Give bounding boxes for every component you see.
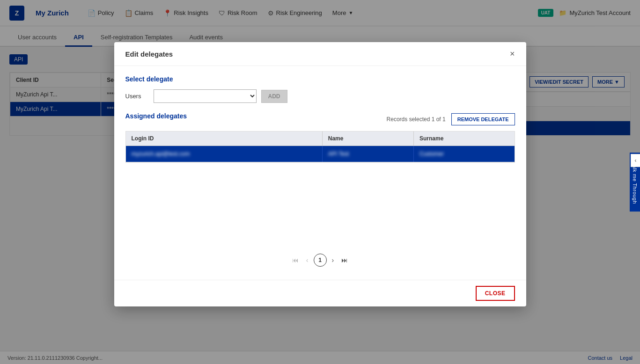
delegates-table-container: Login ID Name Surname myzurich.api@test.… bbox=[125, 131, 515, 163]
walk-me-toggle[interactable]: ‹ bbox=[631, 154, 640, 167]
edit-delegates-modal: Edit delegates × Select delegate Users A… bbox=[114, 42, 526, 306]
select-delegate-section: Select delegate Users ADD bbox=[125, 75, 515, 103]
current-page: 1 bbox=[314, 254, 327, 267]
col-surname: Surname bbox=[413, 131, 514, 146]
cell-surname: Customer bbox=[413, 146, 514, 162]
col-login-id: Login ID bbox=[126, 131, 323, 146]
surname-value: Customer bbox=[419, 151, 444, 157]
login-id-value: myzurich.api@test.com bbox=[132, 151, 190, 157]
select-delegate-title: Select delegate bbox=[125, 75, 515, 83]
modal-footer: CLOSE bbox=[114, 280, 526, 306]
modal-title: Edit delegates bbox=[125, 50, 173, 58]
name-value: API Test bbox=[328, 151, 349, 157]
users-form-row: Users ADD bbox=[125, 89, 515, 103]
last-page-button[interactable]: ⏭ bbox=[339, 255, 350, 265]
cell-name: API Test bbox=[322, 146, 413, 162]
close-button[interactable]: CLOSE bbox=[476, 286, 515, 301]
prev-page-button[interactable]: ‹ bbox=[304, 255, 311, 265]
cell-login-id: myzurich.api@test.com bbox=[126, 146, 323, 162]
assigned-delegates-header: Assigned delegates Records selected 1 of… bbox=[125, 112, 515, 126]
pagination: ⏮ ‹ 1 › ⏭ bbox=[125, 247, 515, 270]
records-info: Records selected 1 of 1 bbox=[387, 116, 446, 123]
modal-header: Edit delegates × bbox=[114, 42, 526, 66]
users-label: Users bbox=[125, 93, 149, 100]
delegates-table: Login ID Name Surname myzurich.api@test.… bbox=[126, 131, 515, 162]
users-select[interactable] bbox=[154, 89, 257, 103]
delegate-row[interactable]: myzurich.api@test.com API Test Customer bbox=[126, 146, 515, 162]
first-page-button[interactable]: ⏮ bbox=[290, 255, 301, 265]
chevron-left-icon: ‹ bbox=[635, 157, 637, 164]
add-button[interactable]: ADD bbox=[261, 90, 287, 103]
next-page-button[interactable]: › bbox=[330, 255, 337, 265]
assigned-delegates-section: Assigned delegates Records selected 1 of… bbox=[125, 112, 515, 163]
assigned-delegates-title: Assigned delegates bbox=[125, 112, 187, 120]
modal-body: Select delegate Users ADD Assigned deleg… bbox=[114, 66, 526, 280]
modal-overlay: Edit delegates × Select delegate Users A… bbox=[0, 0, 640, 364]
modal-close-button[interactable]: × bbox=[510, 50, 515, 58]
remove-delegate-button[interactable]: REMOVE DELEGATE bbox=[451, 113, 515, 125]
col-name: Name bbox=[322, 131, 413, 146]
